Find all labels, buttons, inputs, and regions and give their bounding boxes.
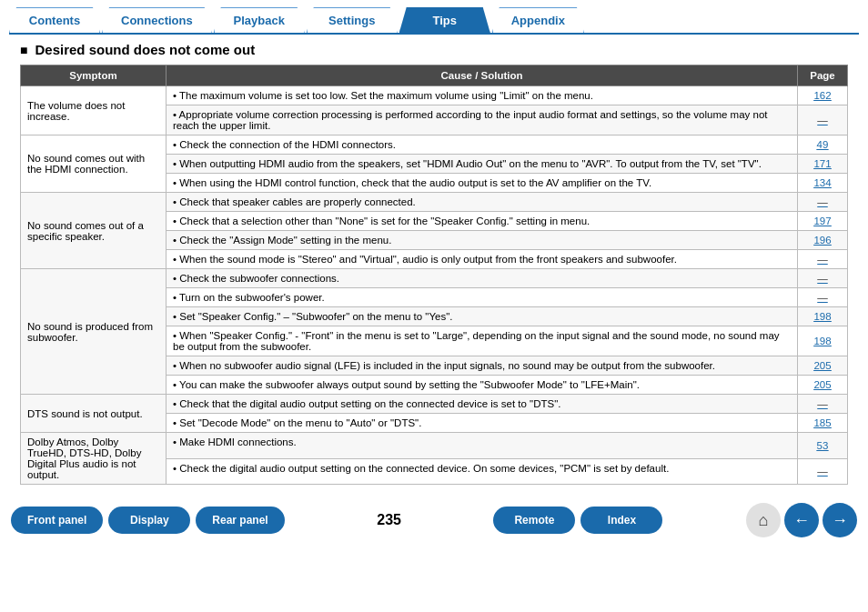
remote-button[interactable]: Remote (493, 507, 575, 534)
cause-cell: • Set "Speaker Config." – "Subwoofer" on… (167, 307, 798, 326)
table-row: The volume does not increase.• The maxim… (21, 86, 848, 105)
footer-buttons-right: Remote Index (493, 507, 662, 534)
symptom-cell: The volume does not increase. (21, 86, 167, 135)
symptom-cell: No sound is produced from subwoofer. (21, 269, 167, 395)
page-cell: — (798, 269, 848, 288)
main-content: Desired sound does not come out Symptom … (9, 33, 859, 492)
col-header-page: Page (798, 65, 848, 86)
table-row: Dolby Atmos, Dolby TrueHD, DTS-HD, Dolby… (21, 433, 848, 459)
symptoms-table: Symptom Cause / Solution Page The volume… (20, 65, 848, 485)
page-cell: — (798, 105, 848, 135)
display-button[interactable]: Display (108, 507, 190, 534)
cause-cell: • Check the subwoofer connections. (167, 269, 798, 288)
cause-cell: • Set "Decode Mode" on the menu to "Auto… (167, 414, 798, 433)
forward-button[interactable]: → (823, 503, 857, 537)
cause-cell: • Check that a selection other than "Non… (167, 212, 798, 231)
symptom-cell: DTS sound is not output. (21, 395, 167, 433)
footer: Front panel Display Rear panel 235 Remot… (0, 496, 868, 545)
tab-appendix[interactable]: Appendix (492, 7, 584, 33)
cause-cell: • The maximum volume is set too low. Set… (167, 86, 798, 105)
page-cell[interactable]: 162 (798, 86, 848, 105)
page-cell: — (798, 395, 848, 414)
page-cell[interactable]: 49 (798, 135, 848, 155)
footer-icons: ⌂ ← → (746, 503, 857, 537)
symptom-cell: No sound comes out of a specific speaker… (21, 193, 167, 269)
cause-cell: • Check that speaker cables are properly… (167, 193, 798, 212)
symptom-cell: No sound comes out with the HDMI connect… (21, 135, 167, 193)
table-row: No sound comes out of a specific speaker… (21, 193, 848, 212)
page-cell[interactable]: 134 (798, 174, 848, 193)
table-row: No sound comes out with the HDMI connect… (21, 135, 848, 155)
cause-cell: • Make HDMI connections. (167, 433, 798, 459)
page-cell: — (798, 250, 848, 269)
cause-cell: • Check the "Assign Mode" setting in the… (167, 231, 798, 250)
cause-cell: • Turn on the subwoofer's power. (167, 288, 798, 307)
table-row: DTS sound is not output.• Check that the… (21, 395, 848, 414)
tab-settings[interactable]: Settings (307, 7, 398, 33)
tab-tips[interactable]: Tips (399, 7, 490, 33)
col-header-cause: Cause / Solution (167, 65, 798, 86)
symptom-cell: Dolby Atmos, Dolby TrueHD, DTS-HD, Dolby… (21, 433, 167, 485)
cause-cell: • Check that the digital audio output se… (167, 395, 798, 414)
page-cell[interactable]: 197 (798, 212, 848, 231)
page-cell[interactable]: 205 (798, 376, 848, 395)
table-row: No sound is produced from subwoofer.• Ch… (21, 269, 848, 288)
page-cell[interactable]: 53 (798, 433, 848, 459)
tab-connections[interactable]: Connections (102, 7, 212, 33)
cause-cell: • When using the HDMI control function, … (167, 174, 798, 193)
nav-tabs: Contents Connections Playback Settings T… (0, 0, 868, 33)
cause-cell: • When no subwoofer audio signal (LFE) i… (167, 356, 798, 376)
home-button[interactable]: ⌂ (746, 503, 781, 537)
page-cell[interactable]: 196 (798, 231, 848, 250)
col-header-symptom: Symptom (21, 65, 167, 86)
cause-cell: • When the sound mode is "Stereo" and "V… (167, 250, 798, 269)
cause-cell: • When "Speaker Config." - "Front" in th… (167, 326, 798, 356)
cause-cell: • You can make the subwoofer always outp… (167, 376, 798, 395)
index-button[interactable]: Index (580, 507, 662, 534)
front-panel-button[interactable]: Front panel (11, 507, 103, 534)
page-number: 235 (377, 512, 401, 528)
page-cell: — (798, 458, 848, 485)
footer-buttons: Front panel Display Rear panel (11, 507, 285, 534)
back-button[interactable]: ← (784, 503, 819, 537)
page-cell[interactable]: 171 (798, 155, 848, 174)
page-cell[interactable]: 198 (798, 326, 848, 356)
page-cell: — (798, 193, 848, 212)
cause-cell: • Check the connection of the HDMI conne… (167, 135, 798, 155)
cause-cell: • Appropriate volume correction processi… (167, 105, 798, 135)
rear-panel-button[interactable]: Rear panel (196, 507, 284, 534)
tab-playback[interactable]: Playback (214, 7, 305, 33)
section-title: Desired sound does not come out (20, 42, 848, 57)
cause-cell: • Check the digital audio output setting… (167, 458, 798, 485)
page-cell[interactable]: 198 (798, 307, 848, 326)
tab-contents[interactable]: Contents (9, 7, 100, 33)
page-cell: — (798, 288, 848, 307)
page-cell[interactable]: 205 (798, 356, 848, 376)
page-cell[interactable]: 185 (798, 414, 848, 433)
cause-cell: • When outputting HDMI audio from the sp… (167, 155, 798, 174)
